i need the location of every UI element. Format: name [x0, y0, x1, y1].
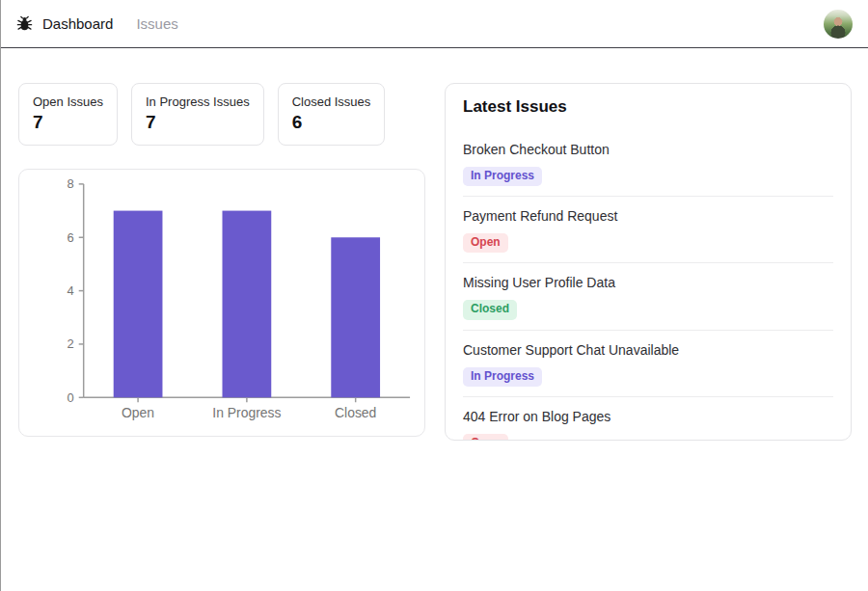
stat-label: Open Issues: [33, 94, 103, 109]
issue-status-badge: Open: [463, 434, 508, 441]
nav-brand-dashboard[interactable]: Dashboard: [16, 15, 113, 32]
bar-closed: [331, 237, 380, 397]
bar-chart-svg: 02468OpenIn ProgressClosed: [19, 170, 424, 436]
stat-label: Closed Issues: [292, 94, 371, 109]
stat-card-closed: Closed Issues 6: [278, 83, 386, 146]
navbar: Dashboard Issues: [1, 0, 868, 48]
nav-link-issues[interactable]: Issues: [136, 15, 177, 32]
stat-value: 7: [146, 112, 250, 133]
stat-card-in-progress: In Progress Issues 7: [131, 83, 264, 146]
issue-status-badge: Closed: [463, 300, 517, 319]
y-tick-label: 6: [68, 230, 74, 245]
issues-bar-chart-card: 02468OpenIn ProgressClosed: [18, 169, 425, 437]
latest-issues-panel: Latest Issues Broken Checkout Button In …: [445, 83, 852, 441]
x-category-label: In Progress: [212, 405, 281, 420]
issue-list-item[interactable]: Customer Support Chat Unavailable In Pro…: [463, 331, 833, 397]
stat-label: In Progress Issues: [146, 94, 250, 109]
latest-issues-title: Latest Issues: [463, 97, 833, 117]
bar-in-progress: [222, 210, 271, 397]
issue-title: Missing User Profile Data: [463, 275, 833, 290]
main-content: Open Issues 7 In Progress Issues 7 Close…: [1, 48, 868, 441]
stat-value: 6: [292, 112, 371, 133]
issue-title: Customer Support Chat Unavailable: [463, 342, 833, 358]
issue-list-item[interactable]: Missing User Profile Data Closed: [463, 263, 833, 330]
nav-brand-label: Dashboard: [42, 15, 113, 32]
y-tick-label: 0: [68, 390, 74, 405]
issue-title: Broken Checkout Button: [463, 142, 833, 157]
latest-issues-list: Broken Checkout Button In Progress Payme…: [463, 130, 833, 441]
issue-status-badge: In Progress: [463, 367, 542, 387]
issue-list-item[interactable]: Broken Checkout Button In Progress: [463, 130, 833, 197]
x-category-label: Open: [122, 405, 154, 420]
stat-value: 7: [33, 112, 103, 133]
y-tick-label: 4: [68, 283, 74, 298]
issue-title: Payment Refund Request: [463, 208, 833, 224]
bar-open: [114, 210, 163, 397]
x-category-label: Closed: [335, 405, 376, 420]
left-column: Open Issues 7 In Progress Issues 7 Close…: [18, 83, 425, 437]
y-tick-label: 2: [68, 336, 74, 351]
page: Dashboard Issues Open Issues 7 In Progre…: [0, 0, 868, 591]
y-tick-label: 8: [68, 176, 74, 191]
issue-title: 404 Error on Blog Pages: [463, 409, 833, 424]
user-avatar[interactable]: [824, 10, 853, 39]
bug-icon: [16, 15, 33, 32]
stat-card-open: Open Issues 7: [18, 83, 118, 146]
issue-list-item[interactable]: Payment Refund Request Open: [463, 197, 833, 263]
issue-status-badge: Open: [463, 233, 508, 253]
stats-row: Open Issues 7 In Progress Issues 7 Close…: [18, 83, 425, 146]
issue-list-item[interactable]: 404 Error on Blog Pages Open: [463, 397, 833, 441]
issue-status-badge: In Progress: [463, 167, 542, 186]
